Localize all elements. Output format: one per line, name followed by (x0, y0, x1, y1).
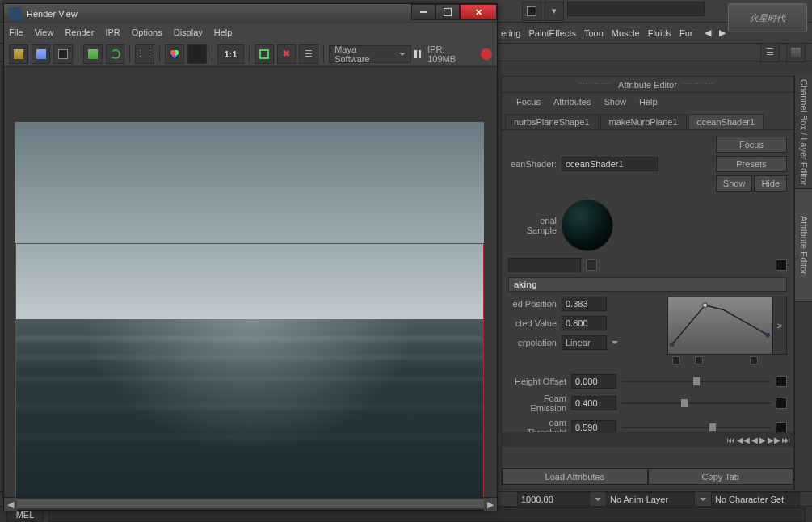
shelf-tab[interactable]: Muscle (612, 28, 640, 38)
selected-position-field[interactable]: 0.383 (562, 297, 607, 311)
menu-item[interactable]: File (9, 27, 23, 37)
step-back-icon[interactable]: ◀◀ (737, 436, 750, 444)
close-button[interactable] (460, 4, 497, 20)
rendered-image (15, 122, 484, 497)
section-header-breaking[interactable]: aking (508, 277, 787, 292)
menu-item[interactable]: Help (214, 27, 233, 37)
shelf-tab[interactable]: PaintEffects (528, 28, 576, 38)
color-swatch[interactable] (776, 376, 787, 387)
dropdown-caret-icon[interactable] (700, 498, 706, 501)
end-frame-field[interactable]: 1000.00 (517, 492, 590, 507)
display-alpha-icon[interactable] (187, 44, 207, 64)
remove-image-icon[interactable]: ✖ (277, 44, 297, 64)
maximize-button[interactable] (435, 4, 460, 20)
play-fwd-icon[interactable]: ▶ (759, 436, 766, 444)
ae-menu-item[interactable]: Focus (516, 97, 541, 107)
options-icon[interactable]: ☰ (299, 44, 318, 64)
shelf-trash-icon[interactable] (786, 43, 806, 62)
host-toolbar-icon[interactable] (522, 2, 541, 21)
menu-item[interactable]: Render (65, 27, 94, 37)
ae-menu-item[interactable]: Attributes (553, 97, 591, 107)
character-set-dropdown[interactable]: No Character Set (711, 492, 800, 507)
show-button[interactable]: Show (716, 175, 753, 192)
play-back-icon[interactable]: ◀ (751, 436, 758, 444)
presets-button[interactable]: Presets (716, 156, 787, 172)
selected-value-label: cted Value (508, 318, 557, 328)
host-toolbar-icon[interactable]: ▾ (545, 2, 564, 21)
selected-position-label: ed Position (508, 299, 557, 309)
horizontal-scrollbar[interactable]: ◀ ▶ (4, 497, 497, 510)
color-swatch[interactable] (776, 259, 787, 271)
checkbox[interactable] (586, 259, 597, 271)
svg-point-2 (765, 333, 770, 338)
render-globals-icon[interactable]: ⋮⋮ (135, 44, 154, 64)
color-swatch[interactable] (776, 398, 787, 409)
material-sample-label: erial Sample (508, 216, 557, 235)
ipr-render-icon[interactable] (83, 44, 103, 64)
ae-menu-item[interactable]: Help (639, 97, 658, 107)
selected-value-field[interactable]: 0.800 (562, 316, 607, 330)
node-name-field[interactable]: oceanShader1 (562, 157, 658, 171)
interp-extra-field[interactable] (508, 258, 581, 272)
scroll-left-icon[interactable]: ◀ (4, 498, 17, 511)
ae-tab-active[interactable]: oceanShader1 (688, 114, 764, 129)
keep-image-icon[interactable] (255, 44, 274, 64)
scrollbar-thumb[interactable] (17, 499, 484, 508)
ramp-graph[interactable] (667, 297, 772, 355)
dropdown-caret-icon[interactable] (612, 341, 618, 344)
app-icon (9, 7, 22, 20)
ramp-next-button[interactable]: > (772, 297, 787, 355)
shelf-scroll-left-icon[interactable]: ◀ (705, 27, 711, 38)
ae-menu-item[interactable]: Show (604, 97, 626, 107)
svg-point-0 (670, 342, 675, 347)
load-attributes-button[interactable]: Load Attributes (502, 469, 648, 485)
render-canvas-area[interactable] (4, 67, 497, 497)
shelf-menu-icon[interactable]: ☰ (760, 43, 780, 62)
minimize-button[interactable] (411, 4, 435, 20)
render-view-window: Render View File View Render IPR Options… (3, 3, 498, 511)
open-image-icon[interactable] (9, 44, 28, 64)
titlebar[interactable]: Render View (4, 4, 497, 23)
anim-layer-dropdown[interactable]: No Anim Layer (606, 492, 695, 507)
focus-button[interactable]: Focus (716, 137, 787, 153)
real-size-button[interactable]: 1:1 (217, 44, 245, 64)
color-swatch[interactable] (776, 422, 787, 433)
refresh-ipr-icon[interactable] (106, 44, 125, 64)
shelf-tab[interactable]: Toon (584, 28, 604, 38)
interpolation-label: erpolation (508, 338, 557, 347)
display-rgb-icon[interactable] (165, 44, 184, 64)
hide-button[interactable]: Hide (754, 175, 787, 192)
foam-emission-field[interactable]: 0.400 (571, 396, 616, 410)
side-tab-attribute-editor[interactable]: Attribute Editor (795, 189, 812, 302)
height-offset-label: Height Offset (508, 377, 566, 386)
material-sample-swatch[interactable] (562, 200, 613, 251)
play-end-icon[interactable]: ⏭ (782, 436, 790, 444)
ae-tab[interactable]: nurbsPlaneShape1 (505, 114, 599, 129)
height-offset-slider[interactable] (621, 376, 771, 387)
play-rev-end-icon[interactable]: ⏮ (727, 436, 735, 444)
shelf-scroll-right-icon[interactable]: ▶ (719, 27, 726, 38)
shelf-tab[interactable]: Fur (679, 28, 693, 38)
menu-item[interactable]: Options (132, 27, 162, 37)
height-offset-field[interactable]: 0.000 (571, 374, 616, 389)
menu-item[interactable]: Display (174, 27, 203, 37)
pause-ipr-icon[interactable] (414, 50, 421, 58)
snapshot-icon[interactable] (53, 44, 73, 64)
interpolation-dropdown[interactable]: Linear (562, 335, 607, 350)
scroll-right-icon[interactable]: ▶ (484, 498, 497, 511)
ramp-handles[interactable] (667, 355, 787, 366)
shelf-tab[interactable]: Fluids (648, 28, 671, 38)
render-frame-icon[interactable] (32, 44, 51, 64)
shelf-tab[interactable]: ering (501, 28, 520, 38)
renderer-dropdown[interactable]: Maya Software (329, 45, 411, 63)
dropdown-caret-icon[interactable] (595, 498, 601, 501)
copy-tab-button[interactable]: Copy Tab (648, 469, 794, 485)
foam-emission-slider[interactable] (621, 398, 771, 409)
side-tab-channel-box[interactable]: Channel Box / Layer Editor (795, 76, 812, 189)
menu-item[interactable]: View (35, 27, 54, 37)
foam-threshold-slider[interactable] (621, 422, 771, 433)
step-fwd-icon[interactable]: ▶▶ (768, 436, 780, 444)
menu-item[interactable]: IPR (105, 27, 120, 37)
ae-tab[interactable]: makeNurbPlane1 (600, 114, 687, 129)
host-search-field[interactable] (567, 2, 705, 16)
